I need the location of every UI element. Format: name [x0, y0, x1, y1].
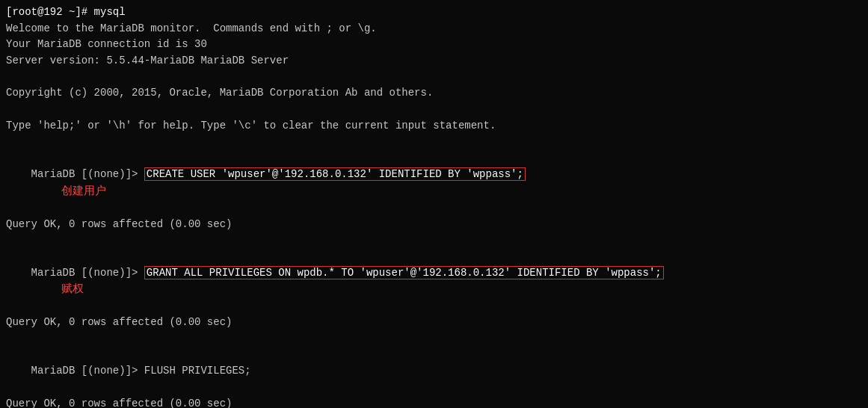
line-blank-1 — [6, 69, 862, 86]
prompt-grant: MariaDB [(none)]> — [31, 267, 144, 279]
line-query-ok-2: Query OK, 0 rows affected (0.00 sec) — [6, 315, 862, 331]
line-blank-5 — [6, 331, 862, 347]
annotation-grant: 赋权 — [61, 283, 84, 296]
line-blank-4 — [6, 232, 862, 249]
grant-cmd: GRANT ALL PRIVILEGES ON wpdb.* TO 'wpuse… — [144, 266, 664, 279]
line-welcome: Welcome to the MariaDB monitor. Commands… — [6, 21, 862, 37]
flush-cmd: FLUSH PRIVILEGES; — [144, 365, 251, 377]
terminal-window: [root@192 ~]# mysql Welcome to the Maria… — [0, 0, 868, 408]
line-help: Type 'help;' or '\h' for help. Type '\c'… — [6, 118, 862, 135]
line-create-user: MariaDB [(none)]> CREATE USER 'wpuser'@'… — [6, 150, 862, 216]
line-grant: MariaDB [(none)]> GRANT ALL PRIVILEGES O… — [6, 249, 862, 315]
line-blank-2 — [6, 102, 862, 118]
prompt-flush: MariaDB [(none)]> — [31, 365, 144, 377]
line-mysql-start: [root@192 ~]# mysql — [6, 4, 862, 21]
line-connection: Your MariaDB connection id is 30 — [6, 37, 862, 53]
line-query-ok-3: Query OK, 0 rows affected (0.00 sec) — [6, 396, 862, 408]
line-blank-3 — [6, 135, 862, 151]
prompt-create-user: MariaDB [(none)]> — [31, 168, 144, 180]
create-user-cmd: CREATE USER 'wpuser'@'192.168.0.132' IDE… — [144, 167, 526, 181]
line-flush: MariaDB [(none)]> FLUSH PRIVILEGES; — [6, 347, 862, 396]
annotation-create-user: 创建用户 — [61, 185, 106, 198]
line-query-ok-1: Query OK, 0 rows affected (0.00 sec) — [6, 217, 862, 233]
line-server-version: Server version: 5.5.44-MariaDB MariaDB S… — [6, 53, 862, 69]
line-copyright: Copyright (c) 2000, 2015, Oracle, MariaD… — [6, 85, 862, 102]
